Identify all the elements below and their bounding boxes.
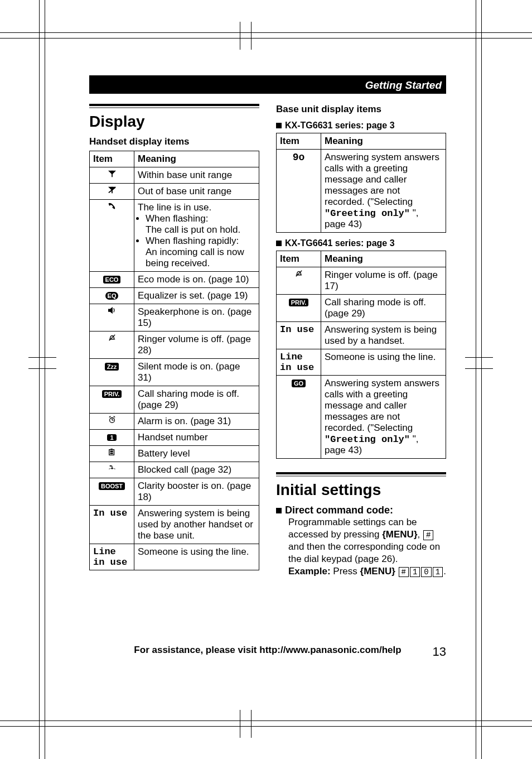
table-row: Alarm is on. (page 31) (90, 414, 259, 430)
silent-icon: Zzz (90, 359, 134, 386)
table-row: The line is in use. When flashing:The ca… (90, 200, 259, 272)
eq-icon: EQ (90, 288, 134, 304)
cell-meaning: Eco mode is on. (page 10) (134, 272, 259, 288)
blocked-call-icon (90, 462, 134, 478)
table-row: PRIV. Call sharing mode is off. (page 29… (277, 295, 446, 322)
table-row: Out of base unit range (90, 184, 259, 200)
example-label: Example: (288, 566, 331, 577)
series-6641: KX-TG6641 series: page 3 (276, 238, 446, 248)
svg-line-12 (113, 416, 115, 417)
table-row: GO Answering system answers calls with a… (277, 376, 446, 459)
left-column: Display Handset display items Item Meani… (89, 104, 259, 645)
battery-icon (90, 446, 134, 462)
svg-line-11 (109, 416, 110, 417)
section-header: Getting Started (89, 75, 446, 94)
key-1-icon: 1 (410, 567, 420, 577)
table-row: Ringer volume is off. (page 17) (277, 267, 446, 295)
initial-settings-heading: Initial settings (276, 481, 446, 499)
cell-meaning: Answering system is being used by anothe… (134, 506, 259, 544)
table-row: PRIV. Call sharing mode is off. (page 29… (90, 386, 259, 414)
page-number: 13 (433, 645, 446, 659)
cell-meaning: Equalizer is set. (page 19) (134, 288, 259, 304)
cell-meaning: Out of base unit range (134, 184, 259, 200)
table-row: Blocked call (page 32) (90, 462, 259, 478)
svg-rect-15 (110, 453, 113, 454)
table-row: 1 Handset number (90, 430, 259, 446)
key-hash-icon: # (423, 530, 433, 540)
table-row: In use Answering system is being used by… (90, 506, 259, 544)
col-meaning: Meaning (134, 151, 259, 167)
table-row: Linein use Someone is using the line. (277, 349, 446, 376)
footer-text: For assistance, please visit http://www.… (134, 645, 401, 655)
content-columns: Display Handset display items Item Meani… (89, 104, 446, 645)
right-column: Base unit display items KX-TG6631 series… (276, 104, 446, 645)
table-row: In use Answering system is being used by… (277, 322, 446, 349)
cell-meaning: Silent mode is on. (page 31) (134, 359, 259, 386)
table-row: Zzz Silent mode is on. (page 31) (90, 359, 259, 386)
priv-icon: PRIV. (277, 295, 321, 322)
greeting-only-icon: 9o (277, 150, 321, 233)
table-row: Battery level (90, 446, 259, 462)
menu-button-text: MENU (382, 529, 417, 540)
cell-meaning: Call sharing mode is off. (page 29) (134, 386, 259, 414)
page: Getting Started Display Handset display … (89, 75, 446, 656)
cell-meaning: Someone is using the line. (321, 349, 446, 376)
table-row: Linein use Someone is using the line. (90, 544, 259, 570)
cell-meaning: Someone is using the line. (134, 544, 259, 570)
cell-meaning: Ringer volume is off. (page 28) (134, 332, 259, 359)
line-in-use-label: Linein use (277, 349, 321, 376)
svg-rect-14 (110, 449, 113, 450)
cell-meaning: Handset number (134, 430, 259, 446)
phone-icon (90, 200, 134, 272)
menu-button-text: MENU (360, 566, 395, 577)
table-row: ECO Eco mode is on. (page 10) (90, 272, 259, 288)
base-items-subhead: Base unit display items (276, 104, 446, 115)
series-6631: KX-TG6631 series: page 3 (276, 121, 446, 131)
col-item: Item (277, 133, 321, 150)
cell-meaning: Ringer volume is off. (page 17) (321, 267, 446, 295)
svg-point-17 (111, 467, 113, 469)
line-in-use-label: Linein use (90, 544, 134, 570)
cell-meaning: Blocked call (page 32) (134, 462, 259, 478)
boost-icon: BOOST (90, 478, 134, 506)
cell-meaning: The line is in use. When flashing:The ca… (134, 200, 259, 272)
ringer-off-icon (90, 332, 134, 359)
handset-table: Item Meaning Within base unit range Out … (89, 151, 259, 570)
handset-items-subhead: Handset display items (89, 136, 259, 147)
display-heading: Display (89, 113, 259, 131)
cell-meaning: Alarm is on. (page 31) (134, 414, 259, 430)
antenna-out-range-icon (90, 184, 134, 200)
go-icon: GO (277, 376, 321, 459)
svg-marker-5 (108, 307, 113, 314)
in-use-label: In use (277, 322, 321, 349)
priv-icon: PRIV. (90, 386, 134, 414)
table-row: Within base unit range (90, 167, 259, 184)
cell-meaning: Answering system is being used by a hand… (321, 322, 446, 349)
svg-rect-13 (109, 450, 114, 455)
alarm-icon (90, 414, 134, 430)
key-hash-icon: # (399, 567, 409, 577)
eco-icon: ECO (90, 272, 134, 288)
col-meaning: Meaning (321, 133, 446, 150)
table-row: 9o Answering system answers calls with a… (277, 150, 446, 233)
table-row: Speakerphone is on. (page 15) (90, 304, 259, 332)
base-table-6631: Item Meaning 9o Answering system answers… (276, 133, 446, 233)
in-use-label: In use (90, 506, 134, 544)
ringer-off-icon (277, 267, 321, 295)
antenna-in-range-icon (90, 167, 134, 184)
table-row: BOOST Clarity booster is on. (page 18) (90, 478, 259, 506)
table-row: Ringer volume is off. (page 28) (90, 332, 259, 359)
key-1-icon: 1 (433, 567, 443, 577)
col-item: Item (90, 151, 134, 167)
col-meaning: Meaning (321, 251, 446, 267)
svg-rect-16 (110, 450, 113, 452)
cell-meaning: Speakerphone is on. (page 15) (134, 304, 259, 332)
cell-meaning: Battery level (134, 446, 259, 462)
table-row: EQ Equalizer is set. (page 19) (90, 288, 259, 304)
base-table-6641: Item Meaning Ringer volume is off. (page… (276, 251, 446, 459)
cell-meaning: Answering system answers calls with a gr… (321, 376, 446, 459)
key-0-icon: 0 (421, 567, 431, 577)
cell-meaning: Call sharing mode is off. (page 29) (321, 295, 446, 322)
cell-meaning: Clarity booster is on. (page 18) (134, 478, 259, 506)
page-footer: For assistance, please visit http://www.… (89, 645, 446, 656)
